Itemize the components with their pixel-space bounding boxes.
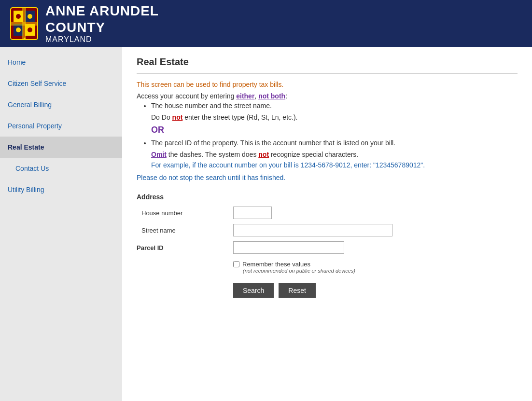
bullet-item-1: The house number and the street name. <box>151 102 518 110</box>
page-title: Real Estate <box>137 56 518 68</box>
instructions-list: The house number and the street name. <box>151 102 518 110</box>
form-section-title: Address <box>137 193 518 201</box>
sidebar-item-personal-property[interactable]: Personal Property <box>0 115 122 137</box>
example-text: For example, if the account number on yo… <box>151 161 518 169</box>
do-not-text: Do Do not enter the street type (Rd, St,… <box>151 113 518 121</box>
layout: Home Citizen Self Service General Billin… <box>0 47 532 401</box>
street-name-row: Street name <box>137 224 518 236</box>
coat-of-arms-icon: ★ <box>10 7 39 41</box>
parcel-id-input[interactable] <box>233 241 344 254</box>
access-text: Access your account by entering <box>137 92 236 100</box>
house-number-input[interactable] <box>233 207 272 219</box>
info-line1: This screen can be used to find property… <box>137 81 518 88</box>
sidebar-item-real-estate[interactable]: Real Estate <box>0 137 122 158</box>
omit-not-link: not <box>258 151 269 158</box>
button-row: Search Reset <box>233 283 518 298</box>
search-form: Address House number Street name Parcel … <box>137 193 518 298</box>
street-name-input[interactable] <box>233 224 392 236</box>
street-name-label: Street name <box>137 227 233 234</box>
parcel-list: The parcel ID of the property. This is t… <box>151 139 518 147</box>
title-divider <box>137 73 518 74</box>
sidebar-item-general-billing[interactable]: General Billing <box>0 94 122 115</box>
remember-checkbox[interactable] <box>233 261 239 267</box>
omit-link: Omit <box>151 151 167 158</box>
main-content: Real Estate This screen can be used to f… <box>122 47 532 401</box>
search-button[interactable]: Search <box>233 283 274 298</box>
svg-point-6 <box>28 14 32 19</box>
header-title-line2: COUNTY <box>45 19 159 36</box>
omit-text: Omit the dashes. The system does not rec… <box>151 151 518 158</box>
do-not-text1: Do <box>151 113 162 121</box>
omit-text3: recognize special characters. <box>269 151 358 158</box>
do-not-link: not <box>172 113 183 121</box>
header-title-line3: MARYLAND <box>45 35 159 44</box>
sidebar-item-contact-us[interactable]: Contact Us <box>0 158 122 179</box>
remember-label-row: Remember these values <box>233 261 310 268</box>
house-number-label: House number <box>137 209 233 217</box>
sidebar: Home Citizen Self Service General Billin… <box>0 47 122 401</box>
or-label: OR <box>151 125 518 135</box>
reset-button[interactable]: Reset <box>279 283 316 298</box>
please-text: Please do not stop the search until it h… <box>137 174 518 181</box>
sidebar-item-utility-billing[interactable]: Utility Billing <box>0 179 122 200</box>
not-both-label: not both <box>258 92 285 100</box>
svg-rect-10 <box>11 22 38 26</box>
svg-point-7 <box>16 28 21 32</box>
house-number-row: House number <box>137 207 518 219</box>
colon: : <box>285 92 287 100</box>
remember-label: Remember these values <box>242 261 310 268</box>
parcel-id-row: Parcel ID <box>137 241 518 254</box>
svg-point-5 <box>16 14 21 19</box>
omit-text2: the dashes. The system does <box>167 151 258 158</box>
sidebar-item-home[interactable]: Home <box>0 52 122 73</box>
header: ★ ANNE ARUNDEL COUNTY MARYLAND <box>0 0 532 47</box>
do-not-text2: enter the street type (Rd, St, Ln, etc.)… <box>182 113 297 121</box>
sidebar-item-citizen-self-service[interactable]: Citizen Self Service <box>0 73 122 94</box>
header-title-block: ANNE ARUNDEL COUNTY MARYLAND <box>45 3 159 44</box>
svg-point-8 <box>28 28 32 32</box>
remember-row: Remember these values (not recommended o… <box>233 261 518 274</box>
header-title-line1: ANNE ARUNDEL <box>45 3 159 19</box>
either-label: either <box>236 92 254 100</box>
remember-note: (not recommended on public or shared dev… <box>243 268 355 274</box>
parcel-id-label: Parcel ID <box>137 244 233 251</box>
access-line: Access your account by entering either, … <box>137 92 518 100</box>
bullet-item-2: The parcel ID of the property. This is t… <box>151 139 518 147</box>
header-logo: ★ ANNE ARUNDEL COUNTY MARYLAND <box>10 3 159 44</box>
